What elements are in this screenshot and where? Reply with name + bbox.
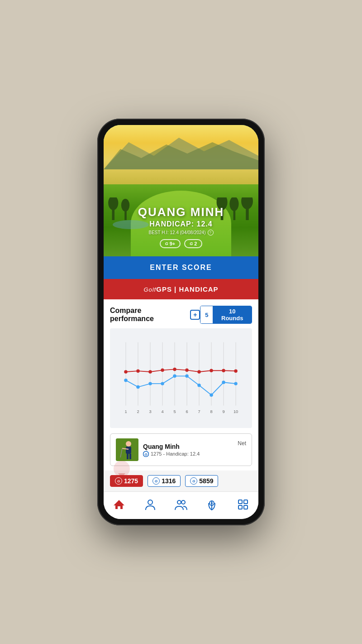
compare-section: Compare performance + 5 10 Rounds <box>104 299 258 466</box>
net-label: Net <box>238 438 246 447</box>
svg-point-43 <box>136 385 139 389</box>
svg-text:7: 7 <box>198 409 200 414</box>
score-icon-1: G <box>115 477 122 485</box>
nav-home[interactable] <box>109 496 129 513</box>
player-info: Quang Minh G 1275 - Handicap: 12.4 <box>143 443 233 457</box>
compare-header: Compare performance + 5 10 Rounds <box>110 306 252 324</box>
svg-text:5: 5 <box>173 409 176 414</box>
svg-point-62 <box>148 500 152 505</box>
svg-rect-67 <box>238 500 242 504</box>
card-player-detail: G 1275 - Handicap: 12.4 <box>143 451 233 457</box>
svg-point-40 <box>222 369 225 372</box>
score-icon-2: G <box>152 477 160 485</box>
svg-point-32 <box>124 370 127 373</box>
nav-person[interactable] <box>140 496 160 513</box>
svg-point-53 <box>126 441 131 447</box>
grid-icon <box>237 498 249 511</box>
gps-label-text: GPS | HANDICAP <box>156 285 218 293</box>
score-bar: G 1275 G 1316 G 5859 <box>104 471 258 491</box>
svg-point-33 <box>136 369 139 372</box>
svg-text:3: 3 <box>149 409 151 414</box>
best-hi: BEST H.I: 12.4 (04/08/2024) ? <box>138 230 224 235</box>
chart-svg: 1 2 3 4 5 6 7 8 9 10 <box>114 333 248 423</box>
player-avatar <box>116 438 138 461</box>
svg-text:10: 10 <box>233 409 238 414</box>
svg-point-11 <box>241 197 253 209</box>
svg-text:6: 6 <box>186 409 188 414</box>
svg-point-51 <box>234 382 237 385</box>
bottom-nav <box>104 491 258 519</box>
svg-point-34 <box>148 370 152 373</box>
svg-rect-55 <box>127 454 129 459</box>
home-icon <box>113 498 125 511</box>
svg-point-35 <box>161 369 164 372</box>
group-icon <box>175 498 187 511</box>
badge-icon-g2: G <box>190 241 193 246</box>
svg-point-5 <box>121 199 129 211</box>
rounds-toggle: 5 10 Rounds <box>200 306 252 324</box>
svg-point-3 <box>108 197 118 210</box>
svg-point-37 <box>185 369 188 372</box>
svg-point-50 <box>222 381 225 384</box>
hero-section: QUANG MINH HANDICAP: 12.4 BEST H.I: 12.4… <box>104 125 258 256</box>
svg-point-9 <box>229 197 238 211</box>
svg-rect-54 <box>126 447 131 454</box>
svg-point-46 <box>173 375 176 378</box>
svg-text:9: 9 <box>222 409 224 414</box>
score-chip-3[interactable]: G 5859 <box>185 475 218 487</box>
rounds-5-button[interactable]: 5 <box>200 306 213 323</box>
gps-handicap-button[interactable]: GolfGPS | HANDICAP <box>104 279 258 299</box>
performance-chart: 1 2 3 4 5 6 7 8 9 10 <box>110 328 252 428</box>
svg-text:1: 1 <box>124 409 127 414</box>
svg-point-49 <box>210 394 213 397</box>
svg-rect-70 <box>244 505 248 509</box>
badge-2: G 2 <box>184 239 202 248</box>
svg-text:G: G <box>144 452 147 457</box>
player-card: Quang Minh G 1275 - Handicap: 12.4 Net <box>110 433 252 466</box>
nav-location[interactable] <box>202 496 222 513</box>
svg-rect-56 <box>129 454 131 459</box>
gps-brand-text: Golf <box>143 286 156 293</box>
nav-grid[interactable] <box>233 496 253 513</box>
phone-frame: QUANG MINH HANDICAP: 12.4 BEST H.I: 12.4… <box>97 119 265 525</box>
svg-rect-68 <box>244 500 248 504</box>
card-player-name: Quang Minh <box>143 443 233 450</box>
score-icon-3: G <box>190 477 197 485</box>
badge-icon-g1: G <box>165 241 168 246</box>
score-balloon <box>114 461 130 477</box>
rounds-10-button[interactable]: 10 Rounds <box>213 306 252 323</box>
phone-screen: QUANG MINH HANDICAP: 12.4 BEST H.I: 12.4… <box>104 125 258 519</box>
svg-text:2: 2 <box>137 409 139 414</box>
svg-point-66 <box>211 502 213 504</box>
compare-title: Compare performance + <box>110 307 200 323</box>
svg-point-39 <box>210 369 213 372</box>
g-icon-small: G <box>143 451 149 457</box>
svg-point-64 <box>181 500 185 504</box>
score-chip-1[interactable]: G 1275 <box>110 475 143 487</box>
handicap-label: HANDICAP: 12.4 <box>138 220 224 228</box>
svg-text:4: 4 <box>161 409 163 414</box>
badges-row: G 9+ G 2 <box>138 239 224 248</box>
svg-point-38 <box>197 370 200 373</box>
enter-score-button[interactable]: ENTER SCORE <box>104 256 258 279</box>
svg-point-48 <box>197 384 200 387</box>
svg-point-47 <box>185 375 188 378</box>
svg-point-42 <box>124 379 127 382</box>
svg-marker-61 <box>114 500 124 509</box>
svg-point-63 <box>177 500 181 504</box>
badge-9plus: G 9+ <box>160 239 181 248</box>
svg-rect-69 <box>238 505 242 509</box>
info-icon[interactable]: ? <box>208 230 214 235</box>
person-icon <box>144 498 157 511</box>
player-name: QUANG MINH <box>138 205 224 219</box>
add-compare-button[interactable]: + <box>190 310 200 320</box>
svg-point-36 <box>173 368 176 371</box>
svg-point-45 <box>161 382 164 385</box>
svg-text:8: 8 <box>210 409 212 414</box>
hero-text-block: QUANG MINH HANDICAP: 12.4 BEST H.I: 12.4… <box>138 205 224 248</box>
nav-group[interactable] <box>171 496 191 513</box>
svg-point-44 <box>148 382 152 385</box>
location-icon <box>205 498 218 511</box>
svg-point-41 <box>234 369 237 372</box>
score-chip-2[interactable]: G 1316 <box>148 475 181 487</box>
